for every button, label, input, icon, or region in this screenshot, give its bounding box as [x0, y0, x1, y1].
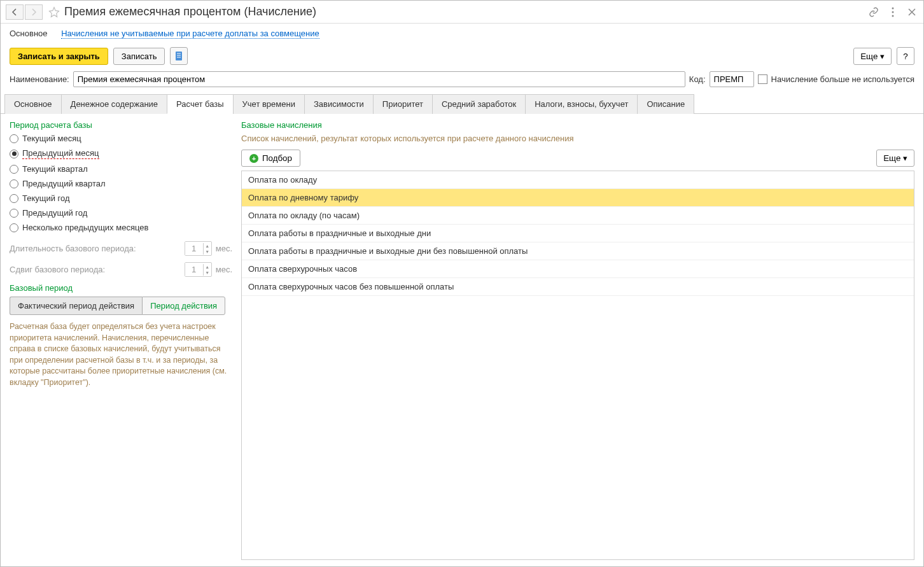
toggle-actual[interactable]: Фактический период действия — [10, 297, 142, 315]
more-button[interactable]: Еще ▾ — [853, 48, 892, 65]
arrow-right-icon — [30, 8, 38, 16]
tab-4[interactable]: Зависимости — [304, 94, 374, 114]
radio-icon — [10, 194, 18, 203]
duration-input[interactable] — [185, 242, 203, 255]
grid-row[interactable]: Оплата работы в праздничные и выходные д… — [242, 225, 914, 242]
name-label: Наименование: — [10, 74, 69, 84]
code-input[interactable] — [710, 71, 754, 87]
down-icon[interactable]: ▼ — [204, 270, 211, 276]
close-icon[interactable] — [906, 6, 918, 18]
shift-label: Сдвиг базового периода: — [10, 265, 181, 274]
add-button[interactable]: + Подбор — [241, 150, 300, 167]
radio-item-4[interactable]: Текущий год — [10, 193, 232, 203]
duration-spinner[interactable]: ▲▼ — [185, 241, 212, 256]
unused-checkbox[interactable] — [758, 74, 767, 84]
radio-item-3[interactable]: Предыдущий квартал — [10, 179, 232, 188]
unused-label: Начисление больше не используется — [771, 74, 914, 84]
right-more-button[interactable]: Еще ▾ — [876, 150, 914, 167]
svg-point-2 — [892, 15, 894, 17]
tab-3[interactable]: Учет времени — [233, 94, 305, 114]
star-icon[interactable] — [46, 4, 62, 20]
radio-icon — [10, 165, 18, 174]
grid-row[interactable]: Оплата сверхурочных часов — [242, 260, 914, 278]
tab-0[interactable]: Основное — [4, 94, 62, 114]
arrow-left-icon — [11, 8, 18, 16]
shift-spinner[interactable]: ▲▼ — [185, 262, 212, 277]
grid-row[interactable]: Оплата по окладу — [242, 171, 914, 189]
shift-row: Сдвиг базового периода: ▲▼ мес. — [10, 262, 232, 277]
info-text: Расчетная база будет определяться без уч… — [10, 321, 232, 388]
radio-icon — [10, 223, 18, 232]
grid-row[interactable]: Оплата сверхурочных часов без повышенной… — [242, 278, 914, 296]
help-button[interactable]: ? — [897, 47, 914, 65]
left-panel: Период расчета базы Текущий месяцПредыду… — [10, 120, 232, 560]
grid-row[interactable]: Оплата работы в праздничные и выходные д… — [242, 242, 914, 260]
radio-icon — [10, 150, 18, 158]
tabs: ОсновноеДенежное содержаниеРасчет базыУч… — [1, 94, 923, 114]
add-label: Подбор — [262, 153, 292, 163]
base-calc-subtitle: Список начислений, результат которых исп… — [241, 134, 914, 143]
shift-unit: мес. — [216, 265, 232, 274]
radio-item-5[interactable]: Предыдущий год — [10, 208, 232, 218]
forward-button[interactable] — [25, 4, 43, 20]
up-icon[interactable]: ▲ — [204, 264, 211, 270]
toggle-group: Фактический период действия Период дейст… — [10, 297, 232, 315]
shift-input[interactable] — [185, 263, 203, 276]
period-title: Период расчета базы — [10, 120, 232, 130]
base-calc-title: Базовые начисления — [241, 120, 914, 130]
page-title: Премия ежемесячная процентом (Начисление… — [64, 5, 867, 18]
radio-label: Предыдущий год — [22, 208, 87, 218]
radio-label: Текущий год — [22, 193, 70, 203]
radio-label: Предыдущий квартал — [22, 179, 106, 188]
radio-item-0[interactable]: Текущий месяц — [10, 134, 232, 143]
tab-6[interactable]: Средний заработок — [432, 94, 526, 114]
link-bar: Основное Начисления не учитываемые при р… — [1, 24, 923, 43]
svg-point-1 — [892, 11, 894, 13]
radio-item-2[interactable]: Текущий квартал — [10, 164, 232, 174]
tab-1[interactable]: Денежное содержание — [61, 94, 167, 114]
radio-icon — [10, 134, 18, 143]
secondary-link[interactable]: Начисления не учитываемые при расчете до… — [61, 29, 319, 39]
name-input[interactable] — [73, 71, 685, 87]
up-icon[interactable]: ▲ — [204, 243, 211, 249]
grid[interactable]: Оплата по окладуОплата по дневному тариф… — [241, 171, 914, 560]
save-button[interactable]: Записать — [113, 48, 165, 65]
main-link[interactable]: Основное — [10, 29, 48, 38]
window: Премия ежемесячная процентом (Начисление… — [0, 0, 924, 567]
save-close-button[interactable]: Записать и закрыть — [10, 48, 108, 65]
grid-row[interactable]: Оплата по окладу (по часам) — [242, 207, 914, 225]
radio-label: Несколько предыдущих месяцев — [22, 223, 148, 232]
form-row-name: Наименование: Код: Начисление больше не … — [1, 69, 923, 90]
radio-group: Текущий месяцПредыдущий месяцТекущий ква… — [10, 134, 232, 232]
radio-item-6[interactable]: Несколько предыдущих месяцев — [10, 223, 232, 232]
content: Период расчета базы Текущий месяцПредыду… — [1, 114, 923, 566]
tab-8[interactable]: Описание — [637, 94, 694, 114]
grid-row[interactable]: Оплата по дневному тарифу — [242, 189, 914, 207]
code-label: Код: — [689, 74, 706, 84]
duration-unit: мес. — [216, 244, 232, 253]
radio-icon — [10, 179, 18, 188]
title-right — [867, 6, 918, 18]
chevron-down-icon: ▾ — [880, 52, 885, 61]
tab-2[interactable]: Расчет базы — [167, 94, 234, 114]
document-icon — [174, 51, 183, 61]
radio-label: Текущий квартал — [22, 164, 88, 174]
document-icon-button[interactable] — [170, 47, 188, 65]
tab-7[interactable]: Налоги, взносы, бухучет — [525, 94, 638, 114]
tab-5[interactable]: Приоритет — [373, 94, 433, 114]
radio-label: Текущий месяц — [22, 134, 81, 143]
duration-label: Длительность базового периода: — [10, 244, 181, 253]
right-panel: Базовые начисления Список начислений, ре… — [241, 120, 914, 560]
menu-icon[interactable] — [886, 6, 899, 18]
toggle-period[interactable]: Период действия — [142, 297, 225, 315]
plus-icon: + — [249, 154, 258, 163]
radio-icon — [10, 209, 18, 218]
down-icon[interactable]: ▼ — [204, 249, 211, 255]
radio-label: Предыдущий месяц — [22, 148, 99, 159]
radio-item-1[interactable]: Предыдущий месяц — [10, 148, 232, 159]
titlebar: Премия ежемесячная процентом (Начисление… — [1, 1, 923, 24]
svg-point-0 — [892, 7, 894, 9]
right-toolbar: + Подбор Еще ▾ — [241, 150, 914, 167]
back-button[interactable] — [6, 4, 24, 20]
link-icon[interactable] — [867, 6, 880, 18]
